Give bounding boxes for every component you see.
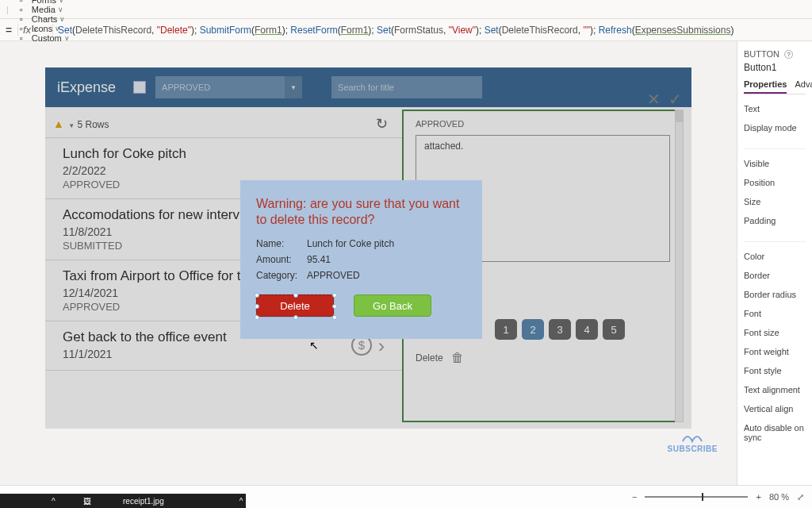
zoom-percent: 80 % — [769, 492, 789, 502]
chevron-up-icon[interactable]: ^ — [52, 497, 56, 506]
cursor-icon: ↖ — [309, 339, 319, 352]
formula-bar: = fx∨ Set(DeleteThisRecord, "Delete"); S… — [0, 19, 812, 41]
prop-font[interactable]: Font — [744, 309, 806, 318]
property-panel: BUTTON? Button1 Properties Advanc TextDi… — [737, 41, 812, 485]
taskbar-file[interactable]: receipt1.jpg — [123, 497, 164, 506]
delete-confirm-modal: Warning: are you sure that you want to d… — [240, 180, 482, 339]
prop-vertical-align[interactable]: Vertical align — [744, 404, 806, 414]
selection-handle[interactable] — [332, 304, 337, 309]
taskbar-strip: ^ 🖼 receipt1.jpg ^ — [0, 494, 246, 508]
modal-warning-text: Warning: are you sure that you want to d… — [240, 180, 482, 236]
prop-font-weight[interactable]: Font weight — [744, 347, 806, 356]
equals-icon: = — [0, 24, 17, 37]
control-type: BUTTON? — [744, 49, 806, 59]
modal-field: Name:Lunch for Coke pitch — [240, 236, 482, 252]
zoom-slider[interactable] — [645, 496, 748, 498]
modal-field: Amount:95.41 — [240, 252, 482, 267]
fx-label[interactable]: fx∨ — [17, 24, 53, 36]
prop-color[interactable]: Color — [744, 252, 806, 261]
prop-border-radius[interactable]: Border radius — [744, 290, 806, 299]
prop-tabs: Properties Advanc — [744, 79, 806, 94]
selection-handle[interactable] — [332, 315, 337, 320]
zoom-out-icon[interactable]: − — [632, 492, 637, 502]
ribbon-media[interactable]: ▫Media ∨ — [20, 5, 92, 14]
chevron-up-icon[interactable]: ^ — [239, 497, 243, 506]
canvas-workspace: iExpense APPROVED ▼ Search for title ▲ ▼… — [0, 41, 737, 485]
prop-text-alignment[interactable]: Text alignment — [744, 385, 806, 394]
selection-handle[interactable] — [293, 315, 298, 320]
file-icon: 🖼 — [83, 497, 91, 506]
tab-properties[interactable]: Properties — [744, 79, 787, 94]
prop-text[interactable]: Text — [744, 104, 806, 114]
prop-visible[interactable]: Visible — [744, 159, 806, 168]
selection-handle[interactable] — [293, 293, 298, 298]
ribbon-charts[interactable]: ▫Charts ∨ — [20, 14, 92, 24]
control-name: Button1 — [744, 62, 806, 73]
prop-position[interactable]: Position — [744, 178, 806, 187]
watermark: SUBSCRIBE — [668, 430, 718, 453]
prop-font-size[interactable]: Font size — [744, 328, 806, 337]
fullscreen-icon[interactable]: ⤢ — [797, 492, 804, 502]
modal-field: Category:APPROVED — [240, 267, 482, 283]
prop-size[interactable]: Size — [744, 197, 806, 206]
info-icon[interactable]: ? — [784, 50, 793, 59]
ribbon-bar: | ▫Text ∨ ▫Input ∨ ▫Gallery ∨ ▫Data tabl… — [0, 0, 812, 19]
tab-advanced[interactable]: Advanc — [795, 79, 812, 94]
formula-input[interactable]: Set(DeleteThisRecord, "Delete"); SubmitF… — [53, 25, 812, 36]
go-back-button[interactable]: Go Back — [354, 294, 431, 317]
prop-border[interactable]: Border — [744, 271, 806, 280]
prop-auto-disable-on-sync[interactable]: Auto disable on sync — [744, 423, 806, 442]
divider-icon: | — [6, 5, 9, 14]
selection-handle[interactable] — [255, 293, 259, 298]
delete-button[interactable]: Delete — [256, 294, 334, 317]
selection-handle[interactable] — [255, 304, 259, 309]
prop-display-mode[interactable]: Display mode — [744, 123, 806, 133]
zoom-in-icon[interactable]: + — [756, 492, 760, 502]
prop-padding[interactable]: Padding — [744, 216, 806, 225]
selection-handle[interactable] — [255, 315, 259, 320]
prop-font-style[interactable]: Font style — [744, 366, 806, 375]
selection-handle[interactable] — [332, 293, 337, 298]
